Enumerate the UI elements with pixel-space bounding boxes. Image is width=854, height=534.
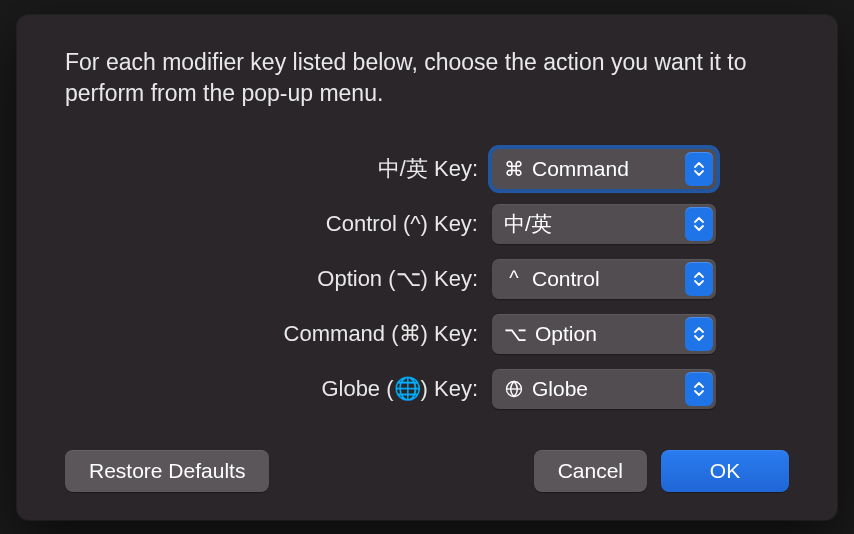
chevron-up-down-icon <box>685 372 713 406</box>
chevron-up-down-icon <box>685 262 713 296</box>
action-popup[interactable]: 中/英 <box>492 204 716 244</box>
action-popup[interactable]: ⌘Command <box>492 149 716 189</box>
chevron-up-down-icon <box>685 152 713 186</box>
row-label: Command (⌘) Key: <box>138 321 478 347</box>
row-label: Globe (🌐) Key: <box>138 376 478 402</box>
chevron-up-down-icon <box>685 207 713 241</box>
globe-icon <box>504 379 524 399</box>
command-icon: ⌘ <box>504 157 524 181</box>
modifier-row: Command (⌘) Key:⌥Option <box>65 314 789 354</box>
modifier-row: 中/英 Key:⌘Command <box>65 149 789 189</box>
restore-defaults-button[interactable]: Restore Defaults <box>65 450 269 492</box>
dialog-footer: Restore Defaults Cancel OK <box>65 450 789 492</box>
modifier-row: Globe (🌐) Key:Globe <box>65 369 789 409</box>
modifier-rows: 中/英 Key:⌘CommandControl (^) Key:中/英Optio… <box>65 149 789 420</box>
dialog-description: For each modifier key listed below, choo… <box>65 47 789 109</box>
control-icon: ^ <box>504 267 524 290</box>
chevron-up-down-icon <box>685 317 713 351</box>
modifier-row: Option (⌥) Key:^Control <box>65 259 789 299</box>
row-label: Control (^) Key: <box>138 211 478 237</box>
ok-button[interactable]: OK <box>661 450 789 492</box>
option-icon: ⌥ <box>504 322 527 346</box>
action-popup[interactable]: ^Control <box>492 259 716 299</box>
modifier-keys-dialog: For each modifier key listed below, choo… <box>17 15 837 520</box>
modifier-row: Control (^) Key:中/英 <box>65 204 789 244</box>
row-label: 中/英 Key: <box>138 154 478 184</box>
row-label: Option (⌥) Key: <box>138 266 478 292</box>
action-popup[interactable]: ⌥Option <box>492 314 716 354</box>
action-popup[interactable]: Globe <box>492 369 716 409</box>
cancel-button[interactable]: Cancel <box>534 450 647 492</box>
